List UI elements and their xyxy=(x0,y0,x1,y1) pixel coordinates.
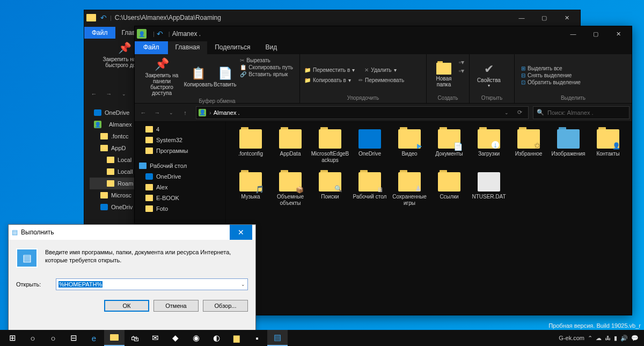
undo-icon[interactable]: ↶ xyxy=(157,30,163,38)
file-item[interactable]: MicrosoftEdgeBackups xyxy=(311,127,349,166)
app2-button[interactable]: ◐ xyxy=(206,330,226,346)
file-item[interactable]: Поиски xyxy=(311,170,349,209)
close-button[interactable]: ✕ xyxy=(607,26,630,41)
file-item[interactable]: Документы xyxy=(430,127,469,166)
paste-button[interactable]: 📄Вставить xyxy=(212,56,238,97)
sidebar-item-almanex[interactable]: Almanex xyxy=(90,119,137,130)
notifications-icon[interactable]: 💬 xyxy=(631,335,639,342)
app-button[interactable]: ◆ xyxy=(165,330,186,346)
app3-button[interactable]: ▆ xyxy=(226,330,247,346)
file-item[interactable]: Объемные объекты xyxy=(271,170,310,209)
file-item[interactable]: Сохраненные игры xyxy=(390,170,429,209)
search-input[interactable]: 🔍 Поиск: Almanex . xyxy=(533,106,630,119)
move-to-button[interactable]: 📁Переместить в▾✕Удалить▾ xyxy=(304,67,422,73)
file-tab-back[interactable]: Файл xyxy=(84,27,115,39)
address-bar[interactable]: › Almanex . ⌄ ⟳ xyxy=(196,106,529,119)
sidebar-item-onedrive2[interactable]: OneDriv xyxy=(90,201,137,213)
file-item[interactable]: .fontconfig xyxy=(231,127,270,166)
tab-home[interactable]: Главная xyxy=(168,41,208,54)
tab-share[interactable]: Поделиться xyxy=(207,41,258,54)
sidebar-item-microsoft[interactable]: Microsc xyxy=(90,189,137,201)
refresh-button[interactable]: ⟳ xyxy=(513,106,526,119)
onedrive-tray-icon[interactable]: ☁ xyxy=(596,335,602,342)
file-item[interactable]: OneDrive xyxy=(350,127,389,166)
chrome-button[interactable]: ◉ xyxy=(186,330,206,346)
sidebar-item-alex[interactable]: Alex xyxy=(135,182,225,193)
tab-file[interactable]: Файл xyxy=(135,41,168,54)
minimize-button[interactable]: — xyxy=(562,26,584,41)
explorer-button[interactable] xyxy=(104,330,125,346)
sidebar-item-onedrive[interactable]: OneDrive xyxy=(135,171,225,182)
up-button[interactable]: ↑ xyxy=(179,106,192,119)
sidebar-item-locall[interactable]: Locall xyxy=(90,166,137,178)
new-folder-button[interactable]: Новая папка xyxy=(431,56,457,94)
sidebar-item-desktop[interactable]: Рабочий стол xyxy=(135,160,225,171)
sidebar-item-local[interactable]: Local xyxy=(90,154,137,166)
sidebar-item-foto[interactable]: Foto xyxy=(135,203,225,214)
invert-button[interactable]: ⊡Обратить выделение xyxy=(521,79,581,85)
deselect-button[interactable]: ⊟Снять выделение xyxy=(521,72,581,78)
search-button[interactable]: ○ xyxy=(23,330,43,346)
run-button[interactable]: ▤ xyxy=(267,330,288,346)
file-item[interactable]: AppData xyxy=(271,127,310,166)
file-item[interactable]: Ссылки xyxy=(430,170,469,209)
store-button[interactable]: 🛍 xyxy=(125,330,145,346)
browse-button[interactable]: Обзор... xyxy=(203,300,248,312)
properties-button[interactable]: ✔Свойства▾ xyxy=(474,56,504,94)
copy-to-button[interactable]: 📁Копировать в▾✏Переименовать xyxy=(304,77,422,83)
cancel-button[interactable]: Отмена xyxy=(153,300,199,312)
network-icon[interactable]: 🖧 xyxy=(605,335,611,341)
sidebar-item-programs[interactable]: Программы xyxy=(135,145,225,156)
file-item[interactable]: Видео xyxy=(390,127,429,166)
chevron-down-icon[interactable]: ⌄ xyxy=(239,279,247,290)
mail-button[interactable]: ✉ xyxy=(145,330,165,346)
close-button[interactable]: ✕ xyxy=(230,225,252,240)
tray-up-icon[interactable]: ⌃ xyxy=(588,335,592,342)
easy-access-icon[interactable]: ▫▾ xyxy=(459,67,464,75)
titlebar-front[interactable]: | ↶ | Almanex . — ▢ ✕ xyxy=(135,26,632,41)
sidebar-item-fontconfig[interactable]: .fontcc xyxy=(90,130,137,142)
run-titlebar[interactable]: ▤ Выполнить ✕ xyxy=(9,225,255,240)
new-item-icon[interactable]: ▫▾ xyxy=(459,58,464,66)
sidebar-item-system32[interactable]: System32 xyxy=(135,135,225,145)
edge-button[interactable]: e xyxy=(84,330,104,346)
forward-button[interactable]: → xyxy=(103,87,115,100)
sidebar-item-4[interactable]: 4 xyxy=(135,124,225,135)
dropdown-icon[interactable]: ⌄ xyxy=(118,87,130,100)
tab-view[interactable]: Вид xyxy=(258,41,284,54)
file-item[interactable]: Контакты xyxy=(589,127,627,166)
battery-icon[interactable]: ▮ xyxy=(614,335,617,342)
cortana-button[interactable]: ○ xyxy=(43,330,63,346)
back-button[interactable]: ← xyxy=(87,87,100,100)
start-button[interactable]: ⊞ xyxy=(2,330,23,346)
titlebar-back[interactable]: ↶ | C:\Users\Almanex\AppData\Roaming — ▢… xyxy=(84,10,580,25)
paste-shortcut-button[interactable]: 🔗Вставить ярлык xyxy=(240,71,293,77)
file-item[interactable]: NTUSER.DAT xyxy=(470,170,508,209)
select-all-button[interactable]: ⊞Выделить все xyxy=(521,65,581,71)
copy-button[interactable]: 📋Копировать xyxy=(185,56,212,97)
sidebar-item-roaming[interactable]: Roam xyxy=(90,178,137,189)
file-item[interactable]: Музыка xyxy=(231,170,270,209)
ok-button[interactable]: ОК xyxy=(104,300,149,312)
app4-button[interactable]: ▪ xyxy=(247,330,267,346)
copy-path-button[interactable]: 📋Скопировать путь xyxy=(240,64,293,70)
history-dropdown[interactable]: ⌄ xyxy=(165,106,178,119)
forward-button[interactable]: → xyxy=(151,106,164,119)
file-item[interactable]: Изображения xyxy=(549,127,588,166)
breadcrumb[interactable]: Almanex . xyxy=(214,109,240,116)
back-button[interactable]: ← xyxy=(137,106,150,119)
sidebar-item-onedrive[interactable]: OneDrive xyxy=(90,107,137,119)
file-item[interactable]: Избранное xyxy=(509,127,548,166)
dropdown-icon[interactable]: ⌄ xyxy=(500,106,513,119)
maximize-button[interactable]: ▢ xyxy=(533,10,555,25)
undo-icon[interactable]: ↶ xyxy=(100,13,107,22)
maximize-button[interactable]: ▢ xyxy=(584,26,607,41)
volume-icon[interactable]: 🔊 xyxy=(620,335,628,342)
file-item[interactable]: Рабочий стол xyxy=(350,170,389,209)
close-button[interactable]: ✕ xyxy=(555,10,578,25)
taskview-button[interactable]: ⊟ xyxy=(63,330,84,346)
run-input[interactable]: %HOMEPATH% ⌄ xyxy=(56,278,248,290)
sidebar-item-ebook[interactable]: E-BOOK xyxy=(135,193,225,203)
sidebar-item-appdata[interactable]: AppD xyxy=(90,142,137,154)
pin-quick-access[interactable]: 📌Закрепить на панели быстрого доступа xyxy=(139,56,185,97)
